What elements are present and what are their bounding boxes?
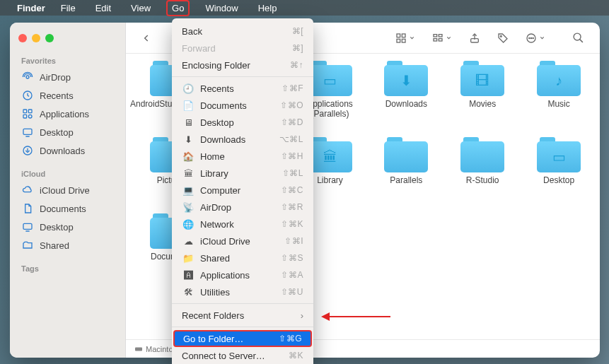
menu-item-label: Applications xyxy=(200,270,250,281)
tag-button[interactable] xyxy=(493,30,513,47)
download-icon xyxy=(21,144,34,157)
document-icon xyxy=(21,202,34,215)
sidebar-item-desktop[interactable]: Desktop xyxy=(14,123,121,141)
app-name[interactable]: Finder xyxy=(17,3,45,13)
menu-item-label: Network xyxy=(200,219,234,230)
home-icon: 🏠 xyxy=(182,151,195,162)
file-label: Movies xyxy=(469,99,496,109)
menu-go[interactable]: Go xyxy=(166,0,190,16)
go-airdrop[interactable]: 📡AirDrop⇧⌘R xyxy=(172,199,313,216)
view-mode-button[interactable] xyxy=(391,30,419,47)
minimize-window-button[interactable] xyxy=(32,34,40,42)
menu-edit[interactable]: Edit xyxy=(91,1,115,15)
menu-help[interactable]: Help xyxy=(254,1,282,15)
document-icon: 📄 xyxy=(182,100,195,111)
library-icon: 🏛 xyxy=(182,168,195,179)
menu-item-label: Shared xyxy=(200,253,230,264)
group-button[interactable] xyxy=(428,30,456,47)
go-back[interactable]: Back⌘[ xyxy=(172,23,313,40)
go-menu-dropdown: Back⌘[ Forward⌘] Enclosing Folder⌘↑ 🕘Rec… xyxy=(172,18,313,364)
search-button[interactable] xyxy=(568,29,588,47)
folder-music[interactable]: ♪Music xyxy=(522,61,596,131)
svg-rect-10 xyxy=(402,34,405,37)
svg-point-22 xyxy=(533,37,533,38)
shortcut-label: ⇧⌘F xyxy=(282,83,303,93)
shortcut-label: ⌥⌘L xyxy=(279,134,303,144)
go-computer[interactable]: 💻Computer⇧⌘C xyxy=(172,182,313,199)
menu-item-label: Recent Folders xyxy=(182,310,244,321)
airdrop-icon xyxy=(21,71,34,83)
sidebar-item-documents[interactable]: Documents xyxy=(14,199,121,218)
menu-item-label: Documents xyxy=(200,100,247,111)
actions-button[interactable] xyxy=(521,30,550,47)
svg-rect-2 xyxy=(23,110,27,113)
folder-r-studio[interactable]: R-Studio xyxy=(446,137,519,208)
go-to-folder[interactable]: Go to Folder…⇧⌘G xyxy=(173,330,312,347)
sidebar-item-airdrop[interactable]: AirDrop xyxy=(14,68,121,86)
go-utilities[interactable]: 🛠Utilities⇧⌘U xyxy=(172,283,313,300)
svg-point-5 xyxy=(28,115,32,118)
file-label: Desktop xyxy=(543,175,574,185)
zoom-window-button[interactable] xyxy=(45,34,54,42)
go-shared[interactable]: 📁Shared⇧⌘S xyxy=(172,249,313,266)
go-connect-to-server[interactable]: Connect to Server…⌘K xyxy=(172,347,313,364)
sidebar-section-icloud: iCloud xyxy=(14,167,121,181)
svg-rect-12 xyxy=(402,39,405,42)
shortcut-label: ⇧⌘I xyxy=(284,236,303,246)
globe-icon: 🌐 xyxy=(182,219,195,230)
sidebar-item-shared[interactable]: Shared xyxy=(14,236,121,254)
go-library[interactable]: 🏛Library⇧⌘L xyxy=(172,165,313,182)
desktop-icon xyxy=(21,221,34,233)
menu-window[interactable]: Window xyxy=(201,1,242,15)
music-icon: ♪ xyxy=(537,65,581,96)
menu-item-label: iCloud Drive xyxy=(200,236,250,247)
go-recent-folders[interactable]: Recent Folders› xyxy=(172,307,313,324)
menu-file[interactable]: File xyxy=(57,1,80,15)
utilities-icon: 🛠 xyxy=(182,287,195,298)
sidebar-item-desktop-cloud[interactable]: Desktop xyxy=(14,218,121,236)
apps-icon: 🅰 xyxy=(182,270,195,281)
go-documents[interactable]: 📄Documents⇧⌘O xyxy=(172,97,313,114)
svg-rect-24 xyxy=(135,347,142,351)
svg-point-18 xyxy=(500,35,501,37)
sidebar-item-applications[interactable]: Applications xyxy=(14,105,121,123)
go-icloud-drive[interactable]: ☁iCloud Drive⇧⌘I xyxy=(172,233,313,249)
menu-item-label: Desktop xyxy=(200,117,234,128)
folder-downloads[interactable]: ⬇Downloads xyxy=(369,61,443,131)
menu-item-label: Utilities xyxy=(200,287,230,298)
shortcut-label: ⌘] xyxy=(292,43,303,53)
shortcut-label: ⇧⌘L xyxy=(282,168,303,178)
shortcut-label: ⇧⌘H xyxy=(281,151,303,161)
go-downloads[interactable]: ⬇Downloads⌥⌘L xyxy=(172,131,313,148)
go-network[interactable]: 🌐Network⇧⌘K xyxy=(172,216,313,233)
shortcut-label: ⇧⌘D xyxy=(281,117,303,127)
shortcut-label: ⇧⌘C xyxy=(281,185,303,195)
shortcut-label: ⌘↑ xyxy=(290,60,303,70)
sidebar-item-downloads[interactable]: Downloads xyxy=(14,141,121,160)
sidebar-item-recents[interactable]: Recents xyxy=(14,86,121,105)
macos-menubar: Finder File Edit View Go Window Help xyxy=(0,0,609,16)
svg-rect-4 xyxy=(23,115,27,118)
shared-folder-icon xyxy=(21,239,34,252)
go-recents[interactable]: 🕘Recents⇧⌘F xyxy=(172,80,313,97)
svg-point-20 xyxy=(529,37,530,38)
sidebar-item-icloud-drive[interactable]: iCloud Drive xyxy=(14,181,121,199)
menu-item-label: Connect to Server… xyxy=(182,351,265,361)
share-button[interactable] xyxy=(465,30,485,47)
folder-parallels[interactable]: Parallels xyxy=(369,137,443,208)
back-button[interactable] xyxy=(137,30,156,46)
go-desktop[interactable]: 🖥Desktop⇧⌘D xyxy=(172,114,313,131)
menu-view[interactable]: View xyxy=(127,1,155,15)
window-controls xyxy=(14,31,121,54)
shortcut-label: ⇧⌘O xyxy=(280,100,303,110)
folder-movies[interactable]: 🎞Movies xyxy=(446,61,519,131)
desktop-icon: ▭ xyxy=(537,141,581,172)
shortcut-label: ⇧⌘A xyxy=(281,270,303,280)
shortcut-label: ⇧⌘U xyxy=(281,287,303,297)
close-window-button[interactable] xyxy=(18,34,27,42)
go-applications[interactable]: 🅰Applications⇧⌘A xyxy=(172,266,313,283)
go-home[interactable]: 🏠Home⇧⌘H xyxy=(172,148,313,165)
folder-desktop-alias[interactable]: ▭Desktop xyxy=(522,137,596,208)
sidebar-item-label: Documents xyxy=(40,204,86,214)
go-enclosing-folder[interactable]: Enclosing Folder⌘↑ xyxy=(172,57,313,74)
